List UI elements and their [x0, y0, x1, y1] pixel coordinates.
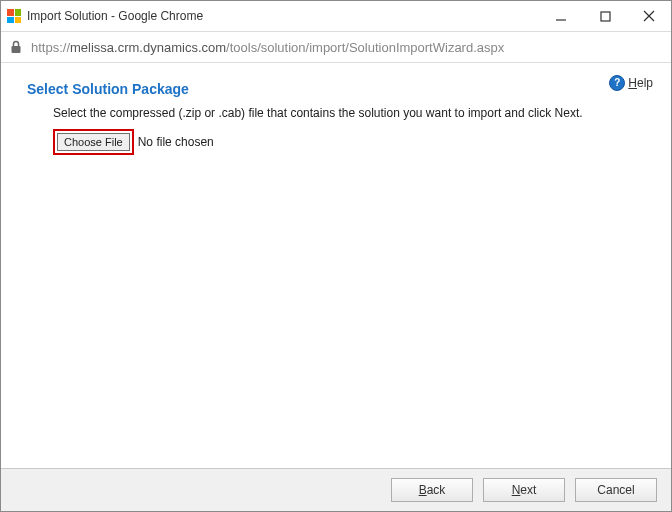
next-rest: ext: [520, 483, 536, 497]
url-text: https://melissa.crm.dynamics.com/tools/s…: [31, 40, 504, 55]
maximize-button[interactable]: [583, 1, 627, 31]
choose-file-button[interactable]: Choose File: [57, 133, 130, 151]
minimize-button[interactable]: [539, 1, 583, 31]
titlebar: Import Solution - Google Chrome: [1, 1, 671, 32]
back-button[interactable]: Back: [391, 478, 473, 502]
file-picker-row: Choose File No file chosen: [53, 129, 653, 155]
highlight-box: Choose File: [53, 129, 134, 155]
url-host: melissa.crm.dynamics.com: [70, 40, 226, 55]
help-label-rest: elp: [637, 76, 653, 90]
svg-rect-1: [601, 12, 610, 21]
wizard-button-bar: Back Next Cancel: [1, 468, 671, 511]
cancel-button[interactable]: Cancel: [575, 478, 657, 502]
content-area: ? Help Select Solution Package Select th…: [1, 63, 671, 468]
help-mnemonic: H: [628, 76, 637, 90]
help-icon: ?: [609, 75, 625, 91]
lock-icon: [9, 40, 23, 54]
close-button[interactable]: [627, 1, 671, 31]
address-bar[interactable]: https://melissa.crm.dynamics.com/tools/s…: [1, 32, 671, 63]
svg-rect-4: [12, 46, 21, 53]
help-link[interactable]: ? Help: [609, 75, 653, 91]
file-status-text: No file chosen: [138, 135, 214, 149]
ms-logo-icon: [7, 9, 21, 23]
window-title: Import Solution - Google Chrome: [27, 9, 539, 23]
back-mnemonic: B: [419, 483, 427, 497]
back-rest: ack: [427, 483, 446, 497]
url-scheme: https://: [31, 40, 70, 55]
page-title: Select Solution Package: [27, 81, 653, 97]
chrome-window: Import Solution - Google Chrome https://…: [0, 0, 672, 512]
next-button[interactable]: Next: [483, 478, 565, 502]
instruction-text: Select the compressed (.zip or .cab) fil…: [53, 105, 593, 121]
window-controls: [539, 1, 671, 31]
url-path: /tools/solution/import/SolutionImportWiz…: [226, 40, 504, 55]
